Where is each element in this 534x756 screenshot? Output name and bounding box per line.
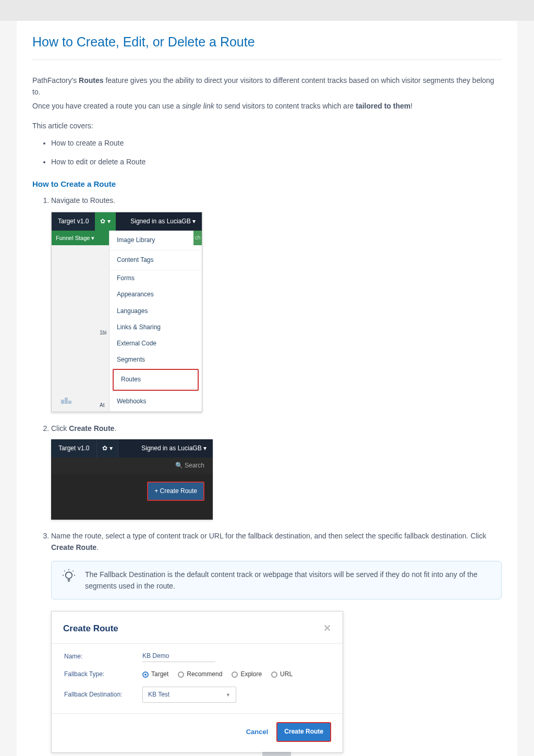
- ss1-label-1bi: 1bi: [100, 329, 106, 337]
- page-title: How to Create, Edit, or Delete a Route: [32, 31, 502, 60]
- settings-menu: Image Library Content Tags Forms Appeara…: [109, 231, 202, 412]
- text: .: [114, 424, 116, 433]
- modal-body: Name: Fallback Type: Target Recommend Ex…: [52, 644, 343, 713]
- menu-item-segments[interactable]: Segments: [110, 352, 202, 368]
- row-name: Name:: [64, 651, 330, 662]
- menu-item-content-tags[interactable]: Content Tags: [110, 250, 202, 270]
- radio-explore[interactable]: Explore: [232, 669, 262, 679]
- radio-label: Target: [151, 669, 168, 679]
- row-fallback-type: Fallback Type: Target Recommend Explore …: [64, 669, 330, 679]
- step-3: Name the route, select a type of content…: [51, 530, 502, 756]
- label-fallback-destination: Fallback Destination:: [64, 690, 142, 700]
- modal-title: Create Route: [63, 621, 118, 635]
- text: Name the route, select a type of content…: [51, 532, 486, 540]
- cancel-button[interactable]: Cancel: [246, 727, 269, 738]
- intro-text: PathFactory's: [32, 76, 79, 85]
- section-heading-create: How to Create a Route: [32, 178, 502, 190]
- ss2-toolbar: + Create Route: [51, 474, 213, 508]
- fallback-destination-select[interactable]: KB Test ▼: [142, 687, 236, 703]
- ss2-header: Target v1.0 ✿ ▾ Signed in as LuciaGB ▾: [51, 439, 213, 458]
- menu-item-webhooks[interactable]: Webhooks: [110, 392, 202, 412]
- name-input[interactable]: [142, 651, 215, 662]
- intro-text: to send visitors to content tracks which…: [214, 102, 356, 110]
- modal-handle: [262, 752, 291, 756]
- intro-paragraph-2: Once you have created a route you can us…: [32, 100, 502, 112]
- modal-footer: Cancel Create Route: [52, 713, 343, 752]
- screenshot-create-route-modal: Create Route ✕ Name: Fallback Type: Targ…: [51, 611, 502, 756]
- fallback-type-radios: Target Recommend Explore URL: [142, 669, 293, 679]
- row-fallback-destination: Fallback Destination: KB Test ▼: [64, 687, 330, 703]
- step-1: Navigate to Routes. Target v1.0 ✿ ▾ Sign…: [51, 195, 502, 412]
- text: .: [96, 543, 99, 551]
- step-3-text: Name the route, select a type of content…: [51, 532, 486, 551]
- screenshot-settings-menu: Target v1.0 ✿ ▾ Signed in as LuciaGB ▾ F…: [51, 212, 202, 412]
- svg-point-0: [66, 572, 72, 579]
- radio-label: Explore: [240, 669, 262, 679]
- label-fallback-type: Fallback Type:: [64, 669, 142, 679]
- step-2: Click Create Route. Target v1.0 ✿ ▾ Sign…: [51, 423, 502, 520]
- radio-label: URL: [280, 669, 293, 679]
- step-2-text: Click Create Route.: [51, 424, 116, 433]
- menu-item-languages[interactable]: Languages: [110, 303, 202, 319]
- search-input[interactable]: 🔍 Search: [51, 458, 213, 474]
- ss1-ch-fragment: ch: [193, 231, 202, 245]
- radio-recommend[interactable]: Recommend: [178, 669, 222, 679]
- svg-line-6: [64, 570, 65, 571]
- intro-bold-tailored: tailored to them: [356, 102, 410, 110]
- select-value: KB Test: [148, 690, 169, 700]
- ss2-brand: Target v1.0: [51, 439, 96, 458]
- covers-list: How to create a Route How to edit or del…: [32, 137, 502, 168]
- covers-item: How to edit or delete a Route: [51, 156, 502, 167]
- svg-line-7: [73, 570, 74, 571]
- steps-list: Navigate to Routes. Target v1.0 ✿ ▾ Sign…: [32, 195, 502, 756]
- lightbulb-icon: [61, 569, 77, 587]
- text: Click: [51, 424, 69, 433]
- gear-icon[interactable]: ✿ ▾: [96, 439, 118, 458]
- menu-item-image-library[interactable]: Image Library: [110, 231, 202, 250]
- radio-url[interactable]: URL: [271, 669, 293, 679]
- radio-dot-icon: [178, 671, 184, 678]
- create-route-modal: Create Route ✕ Name: Fallback Type: Targ…: [51, 611, 343, 752]
- intro-bold-routes: Routes: [79, 76, 103, 85]
- top-bar: [0, 0, 534, 21]
- ss1-body: Funnel Stage ▾ ch 1bi At Image Library C…: [52, 231, 202, 412]
- intro-text: Once you have created a route you can us…: [32, 102, 182, 110]
- covers-item: How to create a Route: [51, 137, 502, 149]
- radio-target[interactable]: Target: [142, 669, 168, 679]
- create-route-button[interactable]: + Create Route: [147, 482, 204, 501]
- label-name: Name:: [64, 652, 142, 662]
- menu-item-links-sharing[interactable]: Links & Sharing: [110, 319, 202, 335]
- bold-create-route: Create Route: [69, 424, 114, 433]
- ss2-spacer: [51, 508, 213, 520]
- radio-label: Recommend: [187, 669, 222, 679]
- menu-item-routes[interactable]: Routes: [113, 369, 199, 390]
- radio-dot-icon: [232, 671, 238, 678]
- create-route-submit-button[interactable]: Create Route: [276, 722, 331, 741]
- tip-callout: The Fallback Destination is the default …: [51, 561, 502, 600]
- step-1-text: Navigate to Routes.: [51, 196, 115, 205]
- covers-label: This article covers:: [32, 120, 502, 131]
- chevron-down-icon: ▼: [226, 691, 230, 699]
- ss1-brand: Target v1.0: [52, 212, 95, 231]
- menu-item-forms[interactable]: Forms: [110, 270, 202, 286]
- tip-text: The Fallback Destination is the default …: [85, 569, 492, 592]
- ss1-header: Target v1.0 ✿ ▾ Signed in as LuciaGB ▾: [52, 212, 202, 231]
- menu-item-appearances[interactable]: Appearances: [110, 286, 202, 303]
- gear-icon[interactable]: ✿ ▾: [95, 212, 115, 231]
- modal-header: Create Route ✕: [52, 611, 343, 644]
- intro-italic-single-link: single link: [182, 102, 214, 110]
- article-container: How to Create, Edit, or Delete a Route P…: [17, 21, 517, 756]
- intro-text: !: [410, 102, 412, 110]
- intro-section: PathFactory's Routes feature gives you t…: [32, 75, 502, 167]
- radio-dot-icon: [271, 671, 277, 678]
- ss1-chart-stub: [61, 395, 103, 407]
- intro-paragraph-1: PathFactory's Routes feature gives you t…: [32, 75, 502, 98]
- ss2-signed-in[interactable]: Signed in as LuciaGB ▾: [118, 439, 213, 458]
- screenshot-create-route-button: Target v1.0 ✿ ▾ Signed in as LuciaGB ▾ 🔍…: [51, 439, 213, 520]
- close-icon[interactable]: ✕: [323, 621, 331, 636]
- ss1-signed-in[interactable]: Signed in as LuciaGB ▾: [116, 212, 202, 231]
- radio-dot-icon: [142, 671, 149, 678]
- menu-item-external-code[interactable]: External Code: [110, 335, 202, 352]
- bold-create-route: Create Route: [51, 543, 96, 551]
